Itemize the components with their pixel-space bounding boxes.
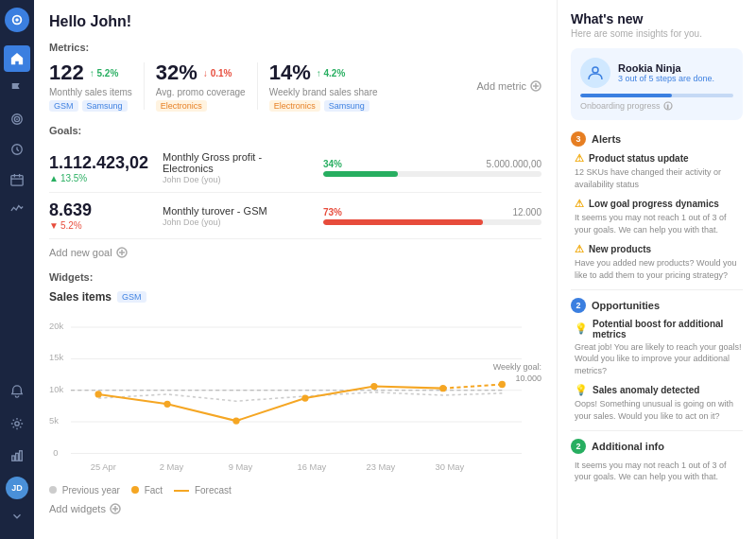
sidebar-item-home[interactable]: [4, 45, 30, 72]
alerts-header: 3 Alerts: [571, 131, 743, 147]
metric-sep-1: [144, 62, 145, 110]
addinfo-item-text-0: It seems you may not reach 1 out of 3 of…: [575, 460, 743, 483]
svg-point-37: [593, 67, 598, 73]
legend-prev-year: Previous year: [49, 485, 120, 496]
svg-rect-7: [12, 456, 15, 461]
metric-label-1: Avg. promo coverage: [156, 87, 246, 97]
sidebar-item-chart[interactable]: [4, 443, 30, 469]
additional-info-header: 2 Additional info: [571, 439, 743, 454]
opp-item-header-1: 💡 Sales anomaly detected: [575, 384, 743, 396]
right-panel: What's new Here are some insights for yo…: [558, 0, 756, 539]
svg-text:i: i: [667, 104, 668, 110]
onboarding-info: Rookia Ninja 3 out of 5 steps are done.: [618, 62, 714, 83]
widget-chart-title: Sales items: [49, 290, 112, 304]
svg-text:25 Apr: 25 Apr: [91, 462, 116, 472]
sidebar-item-activity[interactable]: [4, 197, 30, 223]
opp-item-text-1: Oops! Something unusual is going on with…: [575, 398, 743, 422]
opp-item-1: 💡 Sales anomaly detected Oops! Something…: [571, 384, 743, 422]
metric-sep-2: [257, 62, 258, 110]
add-widgets-icon: [110, 503, 121, 514]
user-avatar[interactable]: JD: [6, 477, 28, 499]
metric-value-1: 32% ↓ 0.1%: [156, 61, 246, 85]
svg-point-33: [370, 383, 377, 390]
whats-new-title: What's new: [571, 11, 743, 26]
svg-point-6: [15, 422, 19, 426]
alert-item-text-2: Have you added new products? Would you l…: [575, 257, 743, 281]
goals-section: Goals: 1.112.423,02 ▲13.5% Monthly Gross…: [49, 125, 541, 258]
add-goal-button[interactable]: Add new goal: [49, 247, 541, 258]
chart-container: Weekly goal: 10.000 20k 15k 10k 5k 0: [49, 311, 541, 481]
sales-chart: 20k 15k 10k 5k 0 25: [49, 311, 541, 481]
additional-info-section: 2 Additional info It seems you may not r…: [571, 439, 743, 483]
goal-pct-1: 73%: [323, 207, 342, 217]
alert-item-0: ⚠ Product status update 12 SKUs have cha…: [571, 152, 743, 190]
svg-point-29: [94, 391, 101, 397]
svg-point-30: [163, 401, 170, 408]
additional-info-badge: 2: [571, 439, 586, 454]
metrics-row: 122 ↑ 5.2% Monthly sales items GSM Samsu…: [49, 61, 541, 112]
goal-bar-col-0: 34% 5.000.000,00: [323, 159, 541, 177]
divider-1: [571, 289, 743, 290]
sidebar-item-clock[interactable]: [4, 136, 30, 163]
page-title: Hello John!: [49, 13, 541, 30]
goal-bar-header-0: 34% 5.000.000,00: [323, 159, 541, 169]
tag-samsung-2: Samsung: [324, 100, 369, 112]
goal-bar-track-1: [323, 219, 541, 225]
alerts-title: Alerts: [592, 133, 621, 145]
legend-fact: Fact: [131, 485, 163, 496]
legend-dot-prev: [49, 486, 57, 494]
metric-tags-2: Electronics Samsung: [269, 100, 378, 112]
svg-rect-8: [16, 453, 19, 461]
metric-value-2: 14% ↑ 4.2%: [269, 61, 378, 85]
add-metric-button[interactable]: Add metric: [476, 80, 541, 92]
svg-point-31: [232, 417, 239, 424]
tag-electronics-2: Electronics: [269, 100, 320, 112]
alerts-badge: 3: [571, 131, 586, 147]
app-logo[interactable]: [5, 8, 29, 32]
chart-legend: Previous year Fact Forecast: [49, 485, 541, 496]
info-icon-0: 💡: [575, 322, 588, 335]
additional-info-title: Additional info: [592, 441, 664, 452]
metric-tags-0: GSM Samsung: [49, 100, 132, 112]
opportunities-badge: 2: [571, 298, 586, 313]
alerts-section: 3 Alerts ⚠ Product status update 12 SKUs…: [571, 131, 743, 282]
onboarding-label: Onboarding progress i: [580, 101, 733, 111]
svg-text:10k: 10k: [49, 385, 63, 394]
goal-bar-col-1: 73% 12.000: [323, 207, 541, 225]
onboarding-progress-fill: [580, 94, 672, 97]
onboarding-avatar: [580, 58, 610, 88]
goal-bar-fill-0: [323, 171, 398, 177]
sidebar-item-gear[interactable]: [4, 410, 30, 437]
alert-item-header-0: ⚠ Product status update: [575, 152, 743, 165]
opp-item-text-0: Great job! You are likely to reach your …: [575, 341, 743, 377]
goal-row-0: 1.112.423,02 ▲13.5% Monthly Gross profit…: [49, 144, 541, 193]
warn-icon-2: ⚠: [575, 243, 584, 255]
goal-name-1: Monthly turover - GSM: [163, 205, 314, 217]
svg-point-32: [301, 394, 308, 401]
warn-icon-1: ⚠: [575, 198, 584, 210]
onboarding-progress-bar: [580, 94, 733, 97]
alert-item-header-1: ⚠ Low goal progress dynamics: [575, 198, 743, 210]
svg-text:23 May: 23 May: [367, 462, 396, 472]
sidebar-item-flag[interactable]: [4, 76, 30, 102]
svg-rect-5: [11, 176, 23, 186]
alert-item-1: ⚠ Low goal progress dynamics It seems yo…: [571, 198, 743, 235]
goal-pct-0: 34%: [323, 159, 342, 169]
onboarding-avatar-icon: [587, 64, 604, 81]
sidebar: JD: [0, 0, 34, 539]
sidebar-item-target[interactable]: [4, 106, 30, 132]
main-content: Hello John! Metrics: 122 ↑ 5.2% Monthly …: [34, 0, 756, 539]
sidebar-item-bell[interactable]: [4, 378, 30, 405]
sidebar-item-calendar[interactable]: [4, 166, 30, 193]
goal-value-col-1: 8.639 ▼5.2%: [49, 200, 153, 231]
sidebar-item-expand[interactable]: [4, 503, 30, 530]
svg-text:15k: 15k: [49, 353, 63, 362]
goal-target-1: 12.000: [512, 207, 541, 217]
add-widgets-button[interactable]: Add widgets: [49, 503, 541, 514]
svg-rect-9: [20, 451, 23, 461]
left-panel: Hello John! Metrics: 122 ↑ 5.2% Monthly …: [34, 0, 558, 539]
svg-text:16 May: 16 May: [298, 462, 327, 472]
goal-value-col-0: 1.112.423,02 ▲13.5%: [49, 153, 153, 183]
info-icon-1: 💡: [575, 384, 588, 396]
onboarding-header: Rookia Ninja 3 out of 5 steps are done.: [580, 58, 733, 88]
